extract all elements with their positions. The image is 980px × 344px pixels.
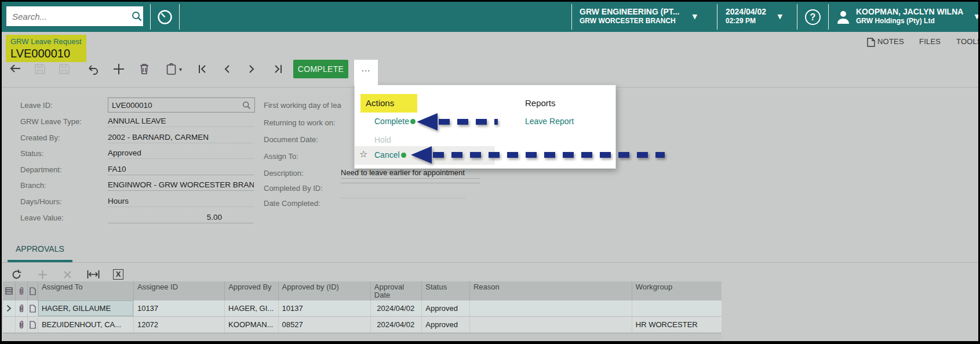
cell-workgroup[interactable]: HR WORCESTER [632,317,722,332]
company-branch-selector[interactable]: GRW ENGINEERING (PT... GRW WORCESTER BRA… [580,7,690,26]
cell-approved-by-id[interactable]: 10137 [279,300,371,316]
company-name: GRW ENGINEERING (PT... [580,7,690,17]
column-header[interactable]: Assigned To [38,281,134,300]
column-header[interactable]: Assignee ID [134,281,225,300]
last-record-icon[interactable] [269,60,287,78]
field-label: Description: [264,168,304,179]
table-row[interactable]: BEZUIDENHOUT, CA... 12072 KOOPMAN... 085… [3,317,722,333]
user-name: KOOPMAN, JACLYN WILNA [856,7,975,17]
next-record-icon[interactable] [243,60,261,78]
cell-approval-date[interactable]: 2024/04/02 [371,317,422,332]
days-hours-value[interactable]: Hours [108,196,254,207]
row-expander-icon[interactable] [3,300,16,316]
topbar-divider [571,4,572,30]
global-search[interactable] [6,6,143,26]
cell-approval-date[interactable]: 2024/04/02 [371,300,422,316]
user-menu[interactable]: KOOPMAN, JACLYN WILNA GRW Holdings (Pty)… [856,7,975,26]
first-record-icon[interactable] [193,60,212,78]
menu-item-complete[interactable]: Complete [374,117,409,126]
cell-approved-by-id[interactable]: 08527 [279,317,371,332]
page-title-highlight: GRW Leave Request LVE000010 [6,35,86,62]
completed-by-id-value[interactable] [341,183,480,183]
menu-item-cancel[interactable]: Cancel [374,150,400,160]
go-back-icon[interactable] [6,60,25,78]
leave-type-value[interactable]: ANNUAL LEAVE [108,116,254,127]
add-record-icon[interactable] [110,60,128,78]
more-actions-button[interactable]: ... [354,60,378,85]
branch-value[interactable]: ENGINWOR - GRW WORCESTER BRAN [108,180,254,191]
note-icon[interactable] [28,300,38,316]
column-header[interactable]: Approved by (ID) [279,281,371,300]
department-value[interactable]: FA10 [108,164,254,175]
column-header[interactable]: Workgroup [632,281,722,300]
actions-section-title: Actions [366,98,394,108]
save-icon[interactable] [55,60,74,78]
cell-reason[interactable] [470,300,632,316]
chevron-down-icon[interactable]: ▾ [778,11,782,21]
leave-value[interactable]: 5.00 [108,212,254,223]
business-date-selector[interactable]: 2024/04/02 02:29 PM [726,7,778,26]
date-completed-value[interactable] [341,198,465,198]
notes-link[interactable]: NOTES [877,37,904,46]
row-expander[interactable] [3,317,16,332]
cell-assignee-id[interactable]: 12072 [134,317,225,332]
cell-approved-by[interactable]: KOOPMAN... [225,317,278,332]
attachment-icon[interactable] [16,300,28,316]
field-label: Branch: [20,180,46,191]
chevron-down-icon[interactable]: ▾ [693,11,697,21]
undo-icon[interactable] [84,60,103,78]
grid-refresh-icon[interactable] [8,267,25,282]
previous-record-icon[interactable] [217,60,236,78]
grid-delete-row-icon[interactable] [59,267,76,282]
cell-reason[interactable] [470,317,632,332]
attachment-icon[interactable] [16,317,28,332]
search-input[interactable] [6,12,131,21]
leave-id-field[interactable]: LVE000010 [108,97,255,113]
tab-approvals[interactable]: APPROVALS [16,244,64,254]
cancel-status-dot [401,153,406,158]
notes-icon[interactable] [867,38,875,47]
field-label: Department: [20,165,62,175]
clipboard-copy-icon[interactable] [162,60,180,78]
delete-record-icon[interactable] [135,60,154,78]
column-header[interactable]: Reason [470,281,632,300]
field-label: Leave ID: [20,100,53,111]
column-header[interactable]: Status [422,281,470,300]
lookup-magnifier-icon[interactable] [242,101,251,110]
cell-assigned-to[interactable]: HAGER, GILLAUME [38,300,134,316]
screen-title: GRW Leave Request [10,37,86,46]
grid-add-row-icon[interactable] [34,267,51,282]
cell-assigned-to[interactable]: BEZUIDENHOUT, CA... [38,317,134,332]
cell-workgroup[interactable] [632,300,722,316]
grid-fit-width-icon[interactable] [85,267,102,282]
search-icon[interactable] [131,10,143,22]
field-label: Returning to work on: [264,118,336,128]
table-row[interactable]: HAGER, GILLAUME 10137 HAGER, GI... 10137… [3,300,722,317]
topbar-divider [179,4,180,30]
cell-status[interactable]: Approved [422,300,470,316]
menu-item-hold: Hold [374,135,391,144]
help-icon[interactable]: ? [805,9,821,25]
cell-approved-by[interactable]: HAGER, GI... [225,300,278,316]
recent-history-icon[interactable] [157,9,173,25]
export-excel-icon[interactable]: X [110,267,127,282]
user-avatar-icon[interactable] [835,9,851,25]
cell-assignee-id[interactable]: 10137 [134,300,225,316]
top-bar: GRW ENGINEERING (PT... GRW WORCESTER BRA… [2,2,978,32]
branch-name: GRW WORCESTER BRANCH [580,17,690,26]
save-close-icon[interactable] [31,60,49,78]
tools-link[interactable]: TOOLS [956,37,978,46]
clipboard-caret-icon[interactable]: ▾ [179,66,182,73]
chevron-down-icon[interactable]: ▾ [975,11,978,21]
complete-button[interactable]: COMPLETE [293,60,348,78]
column-header[interactable]: Approval Date [371,281,422,300]
column-header[interactable]: Approved By [225,281,278,300]
notes-column-icon [28,281,38,300]
favorite-star-icon[interactable]: ☆ [359,149,367,160]
files-link[interactable]: FILES [919,37,941,46]
created-by-value[interactable]: 2002 - BARNARD, CARMEN [108,132,254,143]
cell-status[interactable]: Approved [422,317,470,332]
note-icon[interactable] [28,317,38,332]
description-value[interactable]: Need to leave earlier for appointment [341,168,480,179]
grid-header-row: Assigned To Assignee ID Approved By Appr… [3,281,722,300]
